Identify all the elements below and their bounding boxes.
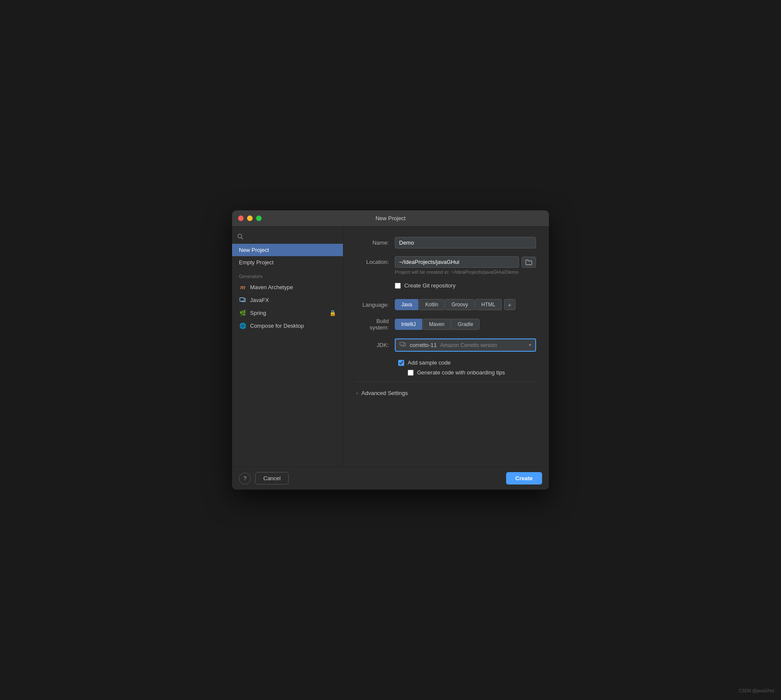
location-wrap bbox=[395, 256, 536, 268]
sidebar-item-new-project-label: New Project bbox=[239, 247, 269, 253]
new-project-dialog: New Project New Project Empty Project Ge… bbox=[232, 210, 549, 490]
javafx-label: JavaFX bbox=[250, 297, 269, 303]
maven-icon: m bbox=[239, 283, 247, 291]
sidebar-item-maven[interactable]: m Maven Archetype bbox=[232, 281, 343, 293]
add-language-button[interactable]: + bbox=[504, 299, 516, 310]
compose-label: Compose for Desktop bbox=[250, 323, 304, 329]
generate-code-row: Generate code with onboarding tips bbox=[366, 369, 536, 376]
project-path-hint: Project will be created in: ~/IdeaProjec… bbox=[395, 269, 536, 275]
title-bar: New Project bbox=[232, 210, 549, 227]
add-sample-code-row: Add sample code bbox=[356, 359, 536, 366]
main-content: Name: Location: bbox=[343, 227, 549, 467]
build-system-label: Build system: bbox=[356, 318, 395, 331]
sidebar-item-spring[interactable]: 🌿 Spring 🔒 bbox=[232, 306, 343, 319]
name-label: Name: bbox=[356, 239, 395, 246]
language-row: Language: Java Kotlin Groovy HTML + bbox=[356, 299, 536, 310]
build-maven-button[interactable]: Maven bbox=[423, 319, 451, 330]
create-button[interactable]: Create bbox=[506, 472, 542, 485]
build-system-row: Build system: IntelliJ Maven Gradle bbox=[356, 318, 536, 331]
generate-code-label[interactable]: Generate code with onboarding tips bbox=[417, 369, 505, 376]
chevron-right-icon: › bbox=[356, 390, 358, 396]
section-divider bbox=[356, 382, 536, 382]
watermark: CSDN @javaGHui bbox=[739, 688, 774, 693]
build-gradle-button[interactable]: Gradle bbox=[451, 319, 480, 330]
build-intellij-button[interactable]: IntelliJ bbox=[395, 319, 422, 330]
cancel-button[interactable]: Cancel bbox=[255, 472, 289, 485]
browse-folder-button[interactable] bbox=[522, 257, 536, 268]
search-icon[interactable] bbox=[237, 233, 338, 239]
maximize-button[interactable] bbox=[256, 215, 262, 221]
language-label: Language: bbox=[356, 302, 395, 308]
sidebar-item-compose[interactable]: 🌐 Compose for Desktop bbox=[232, 319, 343, 332]
jdk-dropdown[interactable]: corretto-11 Amazon Corretto version ▾ bbox=[395, 338, 536, 352]
sidebar-item-empty-project[interactable]: Empty Project bbox=[232, 256, 343, 269]
language-html-button[interactable]: HTML bbox=[475, 299, 502, 310]
language-java-button[interactable]: Java bbox=[395, 299, 418, 310]
location-row: Location: Project will be created in: ~/… bbox=[356, 256, 536, 275]
svg-line-1 bbox=[241, 238, 243, 239]
language-kotlin-button[interactable]: Kotlin bbox=[419, 299, 444, 310]
jdk-row: JDK: corretto-11 Amazon Corretto vers bbox=[356, 338, 536, 352]
footer-left: ? Cancel bbox=[239, 472, 289, 485]
name-row: Name: bbox=[356, 237, 536, 248]
sidebar-item-javafx[interactable]: JavaFX bbox=[232, 293, 343, 306]
location-field: Project will be created in: ~/IdeaProjec… bbox=[395, 256, 536, 275]
add-sample-code-label[interactable]: Add sample code bbox=[408, 359, 450, 366]
spring-label: Spring bbox=[250, 310, 266, 316]
window-title: New Project bbox=[376, 215, 405, 221]
location-input[interactable] bbox=[395, 256, 519, 268]
svg-rect-2 bbox=[240, 298, 244, 301]
javafx-icon bbox=[239, 296, 247, 304]
name-input[interactable] bbox=[395, 237, 536, 248]
jdk-hint: Amazon Corretto version bbox=[440, 342, 497, 348]
language-btn-group: Java Kotlin Groovy HTML + bbox=[395, 299, 536, 310]
create-git-checkbox-row: Create Git repository bbox=[395, 282, 536, 289]
minimize-button[interactable] bbox=[247, 215, 253, 221]
lock-icon: 🔒 bbox=[329, 310, 336, 316]
create-git-label[interactable]: Create Git repository bbox=[404, 282, 456, 289]
advanced-settings-label: Advanced Settings bbox=[361, 390, 408, 396]
jdk-sdk-icon bbox=[399, 341, 406, 349]
close-button[interactable] bbox=[238, 215, 244, 221]
advanced-settings-section[interactable]: › Advanced Settings bbox=[356, 388, 536, 398]
jdk-select-inner: corretto-11 Amazon Corretto version bbox=[399, 341, 497, 349]
git-repo-row: Create Git repository bbox=[356, 282, 536, 291]
name-field bbox=[395, 237, 536, 248]
maven-label: Maven Archetype bbox=[250, 284, 293, 290]
build-system-btn-group: IntelliJ Maven Gradle bbox=[395, 319, 536, 330]
generators-section-label: Generators bbox=[232, 269, 343, 281]
jdk-dropdown-arrow: ▾ bbox=[529, 342, 531, 348]
add-sample-code-section: Add sample code Generate code with onboa… bbox=[356, 359, 536, 376]
spring-icon: 🌿 bbox=[239, 309, 247, 317]
compose-icon: 🌐 bbox=[239, 322, 247, 329]
jdk-name: corretto-11 bbox=[410, 342, 437, 348]
language-groovy-button[interactable]: Groovy bbox=[445, 299, 474, 310]
location-label: Location: bbox=[356, 259, 395, 265]
window-body: New Project Empty Project Generators m M… bbox=[232, 227, 549, 467]
create-git-checkbox[interactable] bbox=[395, 283, 401, 289]
help-button[interactable]: ? bbox=[239, 473, 251, 485]
sidebar: New Project Empty Project Generators m M… bbox=[232, 227, 343, 467]
add-sample-code-checkbox[interactable] bbox=[398, 360, 404, 366]
sidebar-item-new-project[interactable]: New Project bbox=[232, 244, 343, 256]
jdk-label: JDK: bbox=[356, 342, 395, 348]
window-controls bbox=[238, 215, 262, 221]
search-bar[interactable] bbox=[232, 231, 343, 244]
sidebar-item-empty-project-label: Empty Project bbox=[239, 259, 274, 266]
footer: ? Cancel Create bbox=[232, 467, 549, 490]
svg-rect-3 bbox=[400, 342, 404, 345]
generate-code-checkbox[interactable] bbox=[408, 370, 414, 376]
